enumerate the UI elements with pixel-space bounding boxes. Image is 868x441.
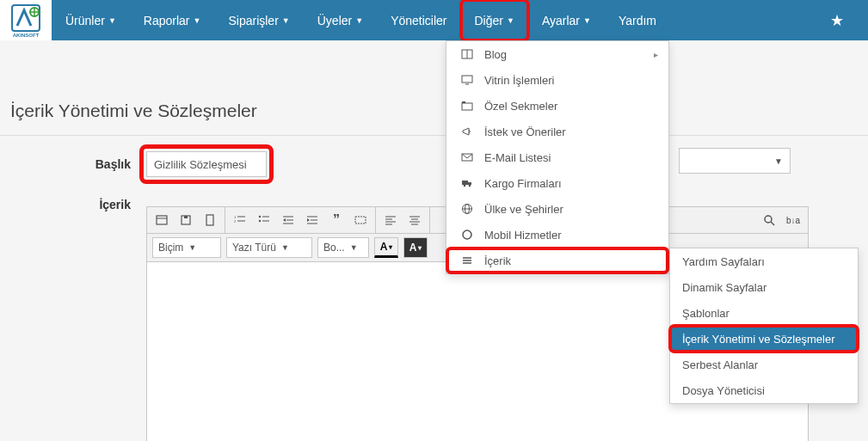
truck-icon (459, 177, 476, 189)
tb-group-align (376, 207, 430, 233)
combo-label: Yazı Türü (232, 242, 276, 254)
svg-point-53 (469, 185, 471, 187)
svg-point-52 (464, 185, 466, 187)
caret-down-icon: ▼ (583, 16, 591, 25)
style-combo[interactable]: Biçim▼ (152, 237, 221, 258)
content-submenu: Yardım Sayfaları Dinamik Sayfalar Şablon… (669, 248, 859, 404)
top-navbar: AKINSOFT Ürünler▼ Raporlar▼ Siparişler▼ … (0, 0, 868, 40)
sm-label: Yardım Sayfaları (682, 255, 765, 268)
svg-rect-51 (468, 182, 471, 185)
nav-item-other[interactable]: Diğer▼ (461, 0, 528, 40)
svg-text:AKINSOFT: AKINSOFT (13, 33, 40, 38)
title-input-wrap (146, 151, 267, 177)
monitor-icon (459, 74, 476, 86)
sm-item-help-pages[interactable]: Yardım Sayfaları (670, 248, 858, 274)
sm-label: İçerik Yönetimi ve Sözleşmeler (682, 333, 835, 346)
sm-label: Dinamik Sayfalar (682, 281, 766, 294)
caret-down-icon: ▼ (282, 16, 290, 25)
quote-icon[interactable]: ” (327, 211, 346, 230)
font-combo[interactable]: Yazı Türü▼ (226, 237, 312, 258)
book-icon (459, 48, 476, 60)
svg-rect-47 (462, 103, 472, 110)
globe-icon (459, 203, 476, 215)
title-input[interactable] (146, 151, 267, 177)
numbered-list-icon[interactable]: 12 (231, 211, 249, 230)
dd-item-custom-tabs[interactable]: Özel Sekmeler (446, 93, 668, 119)
align-center-icon[interactable] (405, 211, 424, 230)
outdent-icon[interactable] (279, 211, 298, 230)
sm-item-dynamic-pages[interactable]: Dinamik Sayfalar (670, 274, 858, 300)
sm-label: Serbest Alanlar (682, 358, 758, 371)
svg-point-41 (765, 216, 772, 223)
align-left-icon[interactable] (381, 211, 400, 230)
nav-item-help[interactable]: Yardım (605, 0, 670, 40)
tb-group-find: b↓a (754, 207, 808, 233)
nav-item-reports[interactable]: Raporlar▼ (130, 0, 215, 40)
nav-item-members[interactable]: Üyeler▼ (304, 0, 377, 40)
save-icon[interactable] (176, 211, 195, 230)
caret-down-icon: ▼ (194, 16, 201, 25)
right-dropdown[interactable]: ▼ (679, 148, 791, 174)
nav-item-products[interactable]: Ürünler▼ (52, 0, 130, 40)
sm-item-free-areas[interactable]: Serbest Alanlar (670, 352, 858, 377)
nav-label: Ayarlar (542, 14, 580, 28)
div-icon[interactable] (351, 211, 370, 230)
svg-point-57 (463, 230, 471, 239)
newpage-icon[interactable] (200, 211, 219, 230)
source-icon[interactable] (152, 211, 171, 230)
chevron-right-icon: ▸ (654, 50, 658, 59)
caret-down-icon: ▼ (507, 16, 514, 25)
bg-color-button[interactable]: A▾ (403, 237, 428, 258)
other-dropdown-menu: Blog ▸ Vitrin İşlemleri Özel Sekmeler İs… (446, 40, 669, 274)
combo-label: Bo... (323, 242, 345, 254)
nav-item-settings[interactable]: Ayarlar▼ (528, 0, 605, 40)
text-color-button[interactable]: A▾ (374, 237, 398, 258)
dd-item-content[interactable]: İçerik (446, 248, 668, 273)
svg-rect-50 (462, 181, 468, 185)
dd-label: Ülke ve Şehirler (484, 203, 563, 216)
dd-item-requests[interactable]: İstek ve Öneriler (446, 119, 668, 144)
svg-rect-9 (206, 215, 213, 225)
dd-item-showcase[interactable]: Vitrin İşlemleri (446, 67, 668, 93)
dd-item-cargo[interactable]: Kargo Firmaları (446, 170, 668, 196)
nav-label: Raporlar (144, 14, 190, 28)
dd-item-countries[interactable]: Ülke ve Şehirler (446, 196, 668, 222)
dd-item-mobile[interactable]: Mobil Hizmetler (446, 222, 668, 248)
nav-label: Diğer (475, 14, 503, 28)
brand-logo[interactable]: AKINSOFT (0, 0, 52, 40)
size-combo[interactable]: Bo...▼ (317, 237, 369, 258)
page-title: İçerik Yönetimi ve Sözleşmeler (0, 75, 868, 136)
dd-item-blog[interactable]: Blog ▸ (446, 41, 668, 67)
nav-label: Ürünler (65, 14, 105, 28)
title-label: Başlık (0, 157, 146, 171)
svg-rect-45 (462, 76, 472, 83)
svg-rect-24 (355, 217, 366, 224)
dd-item-email-list[interactable]: E-Mail Listesi (446, 144, 668, 170)
nav-label: Yöneticiler (391, 14, 446, 28)
svg-point-16 (259, 220, 261, 222)
sm-item-content-management[interactable]: İçerik Yönetimi ve Sözleşmeler (670, 326, 858, 352)
svg-line-42 (771, 222, 774, 225)
nav-item-admins[interactable]: Yöneticiler (377, 0, 460, 40)
indent-icon[interactable] (303, 211, 322, 230)
svg-rect-48 (462, 101, 465, 103)
svg-rect-5 (157, 216, 167, 224)
tb-group-lists: 12 ” (225, 207, 376, 233)
find-icon[interactable] (760, 211, 779, 230)
dd-label: E-Mail Listesi (484, 151, 551, 164)
sm-item-file-manager[interactable]: Dosya Yöneticisi (670, 377, 858, 403)
caret-down-icon: ▼ (281, 243, 289, 252)
a-label: A (409, 242, 417, 254)
nav-item-orders[interactable]: Siparişler▼ (214, 0, 303, 40)
dd-label: Mobil Hizmetler (484, 229, 562, 242)
tb-group-source (147, 207, 225, 233)
nav-menu: Ürünler▼ Raporlar▼ Siparişler▼ Üyeler▼ Y… (52, 0, 670, 40)
bullet-list-icon[interactable] (255, 211, 274, 230)
svg-point-14 (259, 216, 261, 217)
replace-icon[interactable]: b↓a (784, 211, 803, 230)
sm-item-templates[interactable]: Şablonlar (670, 300, 858, 326)
circle-icon (459, 229, 476, 241)
svg-rect-0 (12, 5, 40, 31)
favorites-star-icon[interactable]: ★ (806, 0, 868, 40)
caret-down-icon: ▼ (350, 243, 358, 252)
